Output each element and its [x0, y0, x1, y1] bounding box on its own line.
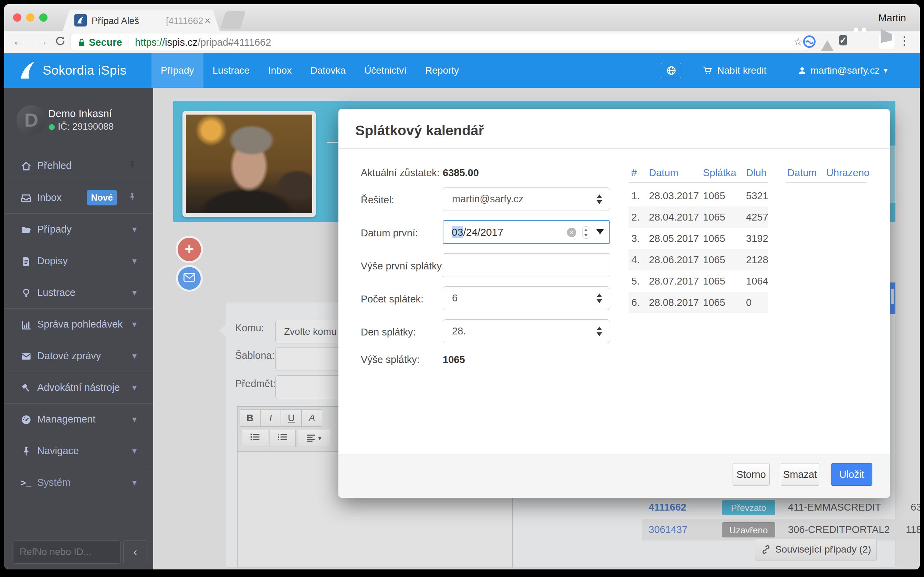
sidebar-item-label: Přehled [37, 160, 72, 171]
nav-item-pripady[interactable]: Případy [152, 53, 204, 88]
drive-extension-icon[interactable] [821, 34, 835, 49]
sidebar-item-datove-zpravy[interactable]: Datové zprávy ▾ [4, 340, 153, 372]
payments-header-underline [786, 182, 866, 183]
pin-icon[interactable] [128, 160, 137, 172]
amount-label: Výše splátky: [361, 354, 420, 366]
row-debt: 3192 [746, 233, 768, 244]
sidebar-item-inbox[interactable]: Inbox Nové [4, 182, 153, 214]
chevron-down-icon: ▾ [884, 66, 887, 75]
nav-item-inbox[interactable]: Inbox [259, 53, 301, 88]
sidebar-item-system[interactable]: >_ Systém ▾ [4, 467, 153, 498]
tab-close-icon[interactable]: × [205, 15, 211, 26]
sidebar-item-label: Lustrace [37, 287, 75, 298]
refno-search-input[interactable] [13, 540, 121, 564]
payments-col-paid[interactable]: Uhrazeno [826, 167, 870, 179]
sidebar-item-label: Systém [37, 477, 71, 488]
row-installment: 1065 [703, 190, 725, 201]
first-amount-input[interactable] [443, 253, 610, 277]
select-spinner-icon [597, 324, 602, 338]
sidebar-item-label: Inbox [37, 192, 61, 203]
language-globe-button[interactable] [661, 63, 681, 78]
sidebar-item-label: Navigace [37, 445, 79, 456]
row-debt: 0 [746, 297, 751, 308]
sidebar-item-pripady[interactable]: Případy ▾ [4, 213, 153, 245]
extension-icon-2[interactable] [860, 34, 874, 49]
sail-logo-icon [18, 59, 38, 82]
zoom-window-button[interactable] [39, 13, 47, 22]
globe-icon [666, 65, 677, 76]
browser-profile-name: Martin [878, 12, 906, 24]
status-dot [49, 124, 55, 130]
row-installment: 1065 [703, 297, 725, 308]
first-amount-label: Výše první splátky: [361, 261, 444, 272]
clear-icon[interactable]: × [567, 228, 576, 237]
sidebar: D Demo Inkasní IČ: 29190088 Přehled Inbo… [4, 88, 153, 569]
minimize-window-button[interactable] [26, 13, 34, 22]
nav-item-datovka[interactable]: Datovka [301, 53, 355, 88]
sidebar-collapse-button[interactable]: ‹ [123, 540, 147, 564]
browser-menu-icon[interactable]: ⋮ [898, 34, 910, 47]
chevron-down-icon: ▾ [132, 477, 137, 488]
new-tab-button[interactable] [220, 11, 246, 29]
select-spinner-icon [597, 292, 602, 305]
sidebar-item-label: Případy [37, 224, 72, 235]
close-window-button[interactable] [13, 13, 21, 22]
bookmark-star-icon[interactable]: ☆ [793, 35, 803, 48]
browser-tab[interactable]: Případ Aleš [4111662 × [63, 10, 220, 31]
back-icon[interactable]: ← [12, 34, 25, 48]
select-spinner-icon [597, 192, 602, 206]
app-brand-name: Sokordia iSpis [43, 63, 127, 78]
credit-button[interactable]: Nabít kredit [703, 65, 766, 76]
delete-button[interactable]: Smazat [781, 463, 819, 486]
schedule-col-installment[interactable]: Splátka [703, 167, 737, 179]
app-brand[interactable]: Sokordia iSpis [18, 53, 127, 88]
schedule-col-num[interactable]: # [632, 167, 637, 179]
reload-icon[interactable] [54, 35, 66, 50]
paper-plane-extension-icon[interactable] [879, 34, 894, 49]
nav-item-lustrace[interactable]: Lustrace [204, 53, 259, 88]
first-date-input[interactable]: 03/24/2017 × [443, 220, 610, 244]
sidebar-item-dopisy[interactable]: Dopisy ▾ [4, 245, 153, 277]
home-icon [21, 161, 32, 173]
secure-label: Secure [89, 37, 122, 48]
sidebar-item-lustrace[interactable]: Lustrace ▾ [4, 277, 153, 309]
inbox-extension-icon[interactable]: ✓ [839, 34, 854, 49]
modal-title: Splátkový kalendář [355, 122, 484, 139]
solver-label: Řešitel: [361, 194, 394, 206]
modal-divider [338, 148, 890, 149]
sidebar-item-label: Management [37, 414, 95, 425]
calendar-dropdown-icon[interactable] [596, 229, 604, 234]
sidebar-item-sprava-pohledavek[interactable]: Správa pohledávek ▾ [4, 308, 153, 340]
schedule-col-debt[interactable]: Dluh [746, 167, 767, 179]
browser-toolbar: ← → Secure https://ispis.cz/pripad#41116… [4, 31, 920, 53]
pin-icon[interactable] [128, 192, 137, 204]
row-date: 28.03.2017 [649, 190, 699, 201]
nav-item-reporty[interactable]: Reporty [416, 53, 468, 88]
count-select[interactable]: 6 [443, 286, 610, 310]
first-date-value: 03/24/2017 [452, 226, 503, 238]
cancel-button[interactable]: Storno [733, 463, 770, 486]
sidebar-item-management[interactable]: Management ▾ [4, 403, 153, 435]
stepper-icon[interactable] [583, 226, 590, 239]
sidebar-item-navigace[interactable]: Navigace ▾ [4, 435, 153, 467]
sidebar-item-prehled[interactable]: Přehled [4, 150, 153, 182]
extension-icon-1[interactable] [802, 34, 817, 49]
payments-col-date[interactable]: Datum [787, 167, 817, 179]
schedule-row: 2. 28.04.2017 1065 4257 [628, 206, 768, 228]
url-text[interactable]: https://ispis.cz/pripad#4111662 [135, 37, 271, 48]
day-select[interactable]: 28. [443, 319, 610, 343]
chevron-down-icon: ▾ [132, 414, 137, 425]
sidebar-item-advokatni-nastroje[interactable]: Advokátní nástroje ▾ [4, 372, 153, 404]
browser-titlebar: Případ Aleš [4111662 × Martin [4, 4, 920, 31]
solver-select[interactable]: martin@sarfy.cz [443, 187, 610, 211]
nav-item-ucetnictvi[interactable]: Účetnictví [355, 53, 416, 88]
balance-value: 6385.00 [443, 167, 479, 179]
schedule-col-date[interactable]: Datum [649, 167, 678, 179]
row-num: 3. [632, 233, 640, 244]
row-num: 2. [632, 211, 640, 223]
user-menu[interactable]: martin@sarfy.cz ▾ [797, 65, 887, 76]
save-button[interactable]: Uložit [831, 463, 872, 486]
envelope-icon [21, 351, 32, 363]
url-bar[interactable]: Secure https://ispis.cz/pripad#4111662 ☆ [71, 34, 808, 51]
row-installment: 1065 [703, 276, 725, 287]
